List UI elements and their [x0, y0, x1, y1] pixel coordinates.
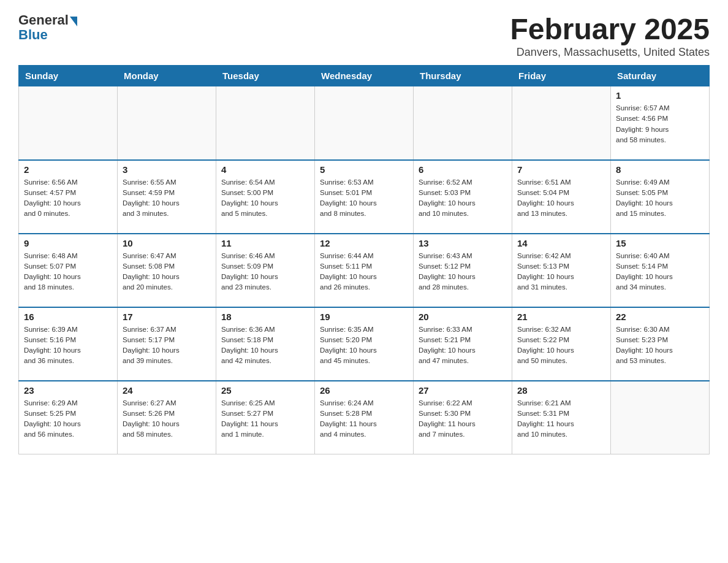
calendar-cell — [512, 86, 611, 160]
week-row-5: 23Sunrise: 6:29 AM Sunset: 5:25 PM Dayli… — [19, 381, 710, 454]
week-row-4: 16Sunrise: 6:39 AM Sunset: 5:16 PM Dayli… — [19, 307, 710, 381]
calendar-cell: 22Sunrise: 6:30 AM Sunset: 5:23 PM Dayli… — [611, 307, 710, 381]
day-number: 28 — [517, 385, 605, 396]
day-number: 27 — [419, 385, 507, 396]
calendar-cell: 1Sunrise: 6:57 AM Sunset: 4:56 PM Daylig… — [611, 86, 710, 160]
column-header-tuesday: Tuesday — [216, 66, 315, 86]
week-row-3: 9Sunrise: 6:48 AM Sunset: 5:07 PM Daylig… — [19, 234, 710, 307]
day-number: 22 — [616, 312, 704, 322]
day-number: 11 — [221, 238, 309, 248]
column-header-saturday: Saturday — [611, 66, 710, 86]
day-number: 15 — [616, 238, 704, 248]
day-number: 25 — [221, 385, 309, 396]
day-info: Sunrise: 6:46 AM Sunset: 5:09 PM Dayligh… — [221, 251, 309, 293]
day-info: Sunrise: 6:32 AM Sunset: 5:22 PM Dayligh… — [517, 324, 605, 367]
calendar-cell: 21Sunrise: 6:32 AM Sunset: 5:22 PM Dayli… — [512, 307, 611, 381]
day-number: 9 — [24, 238, 112, 248]
day-info: Sunrise: 6:57 AM Sunset: 4:56 PM Dayligh… — [616, 103, 704, 145]
day-info: Sunrise: 6:25 AM Sunset: 5:27 PM Dayligh… — [221, 398, 309, 440]
day-info: Sunrise: 6:47 AM Sunset: 5:08 PM Dayligh… — [123, 251, 211, 293]
day-number: 5 — [320, 164, 408, 175]
calendar-cell — [611, 381, 710, 454]
calendar-header-row: SundayMondayTuesdayWednesdayThursdayFrid… — [19, 66, 710, 86]
calendar-cell: 11Sunrise: 6:46 AM Sunset: 5:09 PM Dayli… — [216, 234, 315, 307]
day-number: 2 — [24, 164, 112, 175]
calendar-cell: 28Sunrise: 6:21 AM Sunset: 5:31 PM Dayli… — [512, 381, 611, 454]
calendar-cell: 24Sunrise: 6:27 AM Sunset: 5:26 PM Dayli… — [118, 381, 216, 454]
day-number: 10 — [123, 238, 211, 248]
day-info: Sunrise: 6:39 AM Sunset: 5:16 PM Dayligh… — [24, 324, 112, 367]
logo-general-text: General — [18, 12, 69, 28]
calendar-cell: 26Sunrise: 6:24 AM Sunset: 5:28 PM Dayli… — [315, 381, 414, 454]
calendar-cell: 19Sunrise: 6:35 AM Sunset: 5:20 PM Dayli… — [315, 307, 414, 381]
column-header-wednesday: Wednesday — [315, 66, 414, 86]
day-number: 17 — [123, 312, 211, 322]
calendar-cell: 23Sunrise: 6:29 AM Sunset: 5:25 PM Dayli… — [19, 381, 118, 454]
column-header-friday: Friday — [512, 66, 611, 86]
calendar-cell: 7Sunrise: 6:51 AM Sunset: 5:04 PM Daylig… — [512, 160, 611, 234]
column-header-thursday: Thursday — [414, 66, 512, 86]
day-info: Sunrise: 6:36 AM Sunset: 5:18 PM Dayligh… — [221, 324, 309, 367]
day-number: 18 — [221, 312, 309, 322]
day-number: 7 — [517, 164, 605, 175]
day-number: 14 — [517, 238, 605, 248]
calendar-cell — [216, 86, 315, 160]
day-info: Sunrise: 6:56 AM Sunset: 4:57 PM Dayligh… — [24, 177, 112, 220]
calendar-cell: 20Sunrise: 6:33 AM Sunset: 5:21 PM Dayli… — [414, 307, 512, 381]
calendar-cell: 5Sunrise: 6:53 AM Sunset: 5:01 PM Daylig… — [315, 160, 414, 234]
calendar-cell — [315, 86, 414, 160]
day-number: 19 — [320, 312, 408, 322]
day-info: Sunrise: 6:51 AM Sunset: 5:04 PM Dayligh… — [517, 177, 605, 220]
day-info: Sunrise: 6:33 AM Sunset: 5:21 PM Dayligh… — [419, 324, 507, 367]
day-info: Sunrise: 6:53 AM Sunset: 5:01 PM Dayligh… — [320, 177, 408, 220]
day-info: Sunrise: 6:24 AM Sunset: 5:28 PM Dayligh… — [320, 398, 408, 440]
day-info: Sunrise: 6:35 AM Sunset: 5:20 PM Dayligh… — [320, 324, 408, 367]
column-header-sunday: Sunday — [19, 66, 118, 86]
day-number: 24 — [123, 385, 211, 396]
calendar-cell: 13Sunrise: 6:43 AM Sunset: 5:12 PM Dayli… — [414, 234, 512, 307]
title-section: February 2025 Danvers, Massachusetts, Un… — [510, 12, 710, 59]
column-header-monday: Monday — [118, 66, 216, 86]
logo-blue-text: Blue — [18, 27, 48, 43]
day-info: Sunrise: 6:40 AM Sunset: 5:14 PM Dayligh… — [616, 251, 704, 293]
calendar-table: SundayMondayTuesdayWednesdayThursdayFrid… — [18, 65, 710, 454]
day-number: 13 — [419, 238, 507, 248]
day-number: 21 — [517, 312, 605, 322]
month-title: February 2025 — [510, 12, 710, 46]
day-info: Sunrise: 6:22 AM Sunset: 5:30 PM Dayligh… — [419, 398, 507, 440]
calendar-cell: 15Sunrise: 6:40 AM Sunset: 5:14 PM Dayli… — [611, 234, 710, 307]
calendar-cell: 14Sunrise: 6:42 AM Sunset: 5:13 PM Dayli… — [512, 234, 611, 307]
day-number: 1 — [616, 90, 704, 101]
calendar-cell: 18Sunrise: 6:36 AM Sunset: 5:18 PM Dayli… — [216, 307, 315, 381]
logo: General Blue — [18, 12, 77, 43]
day-number: 12 — [320, 238, 408, 248]
day-info: Sunrise: 6:29 AM Sunset: 5:25 PM Dayligh… — [24, 398, 112, 440]
calendar-cell: 17Sunrise: 6:37 AM Sunset: 5:17 PM Dayli… — [118, 307, 216, 381]
calendar-cell: 25Sunrise: 6:25 AM Sunset: 5:27 PM Dayli… — [216, 381, 315, 454]
day-number: 8 — [616, 164, 704, 175]
calendar-cell — [118, 86, 216, 160]
day-info: Sunrise: 6:27 AM Sunset: 5:26 PM Dayligh… — [123, 398, 211, 440]
day-info: Sunrise: 6:21 AM Sunset: 5:31 PM Dayligh… — [517, 398, 605, 440]
week-row-2: 2Sunrise: 6:56 AM Sunset: 4:57 PM Daylig… — [19, 160, 710, 234]
day-number: 6 — [419, 164, 507, 175]
day-info: Sunrise: 6:30 AM Sunset: 5:23 PM Dayligh… — [616, 324, 704, 367]
calendar-cell — [19, 86, 118, 160]
calendar-cell: 27Sunrise: 6:22 AM Sunset: 5:30 PM Dayli… — [414, 381, 512, 454]
calendar-cell: 3Sunrise: 6:55 AM Sunset: 4:59 PM Daylig… — [118, 160, 216, 234]
day-number: 4 — [221, 164, 309, 175]
calendar-cell — [414, 86, 512, 160]
calendar-cell: 16Sunrise: 6:39 AM Sunset: 5:16 PM Dayli… — [19, 307, 118, 381]
calendar-cell: 4Sunrise: 6:54 AM Sunset: 5:00 PM Daylig… — [216, 160, 315, 234]
day-info: Sunrise: 6:52 AM Sunset: 5:03 PM Dayligh… — [419, 177, 507, 220]
calendar-cell: 10Sunrise: 6:47 AM Sunset: 5:08 PM Dayli… — [118, 234, 216, 307]
calendar-cell: 8Sunrise: 6:49 AM Sunset: 5:05 PM Daylig… — [611, 160, 710, 234]
day-info: Sunrise: 6:48 AM Sunset: 5:07 PM Dayligh… — [24, 251, 112, 293]
day-number: 26 — [320, 385, 408, 396]
day-number: 16 — [24, 312, 112, 322]
day-info: Sunrise: 6:37 AM Sunset: 5:17 PM Dayligh… — [123, 324, 211, 367]
calendar-cell: 9Sunrise: 6:48 AM Sunset: 5:07 PM Daylig… — [19, 234, 118, 307]
day-number: 20 — [419, 312, 507, 322]
day-info: Sunrise: 6:49 AM Sunset: 5:05 PM Dayligh… — [616, 177, 704, 220]
day-info: Sunrise: 6:43 AM Sunset: 5:12 PM Dayligh… — [419, 251, 507, 293]
